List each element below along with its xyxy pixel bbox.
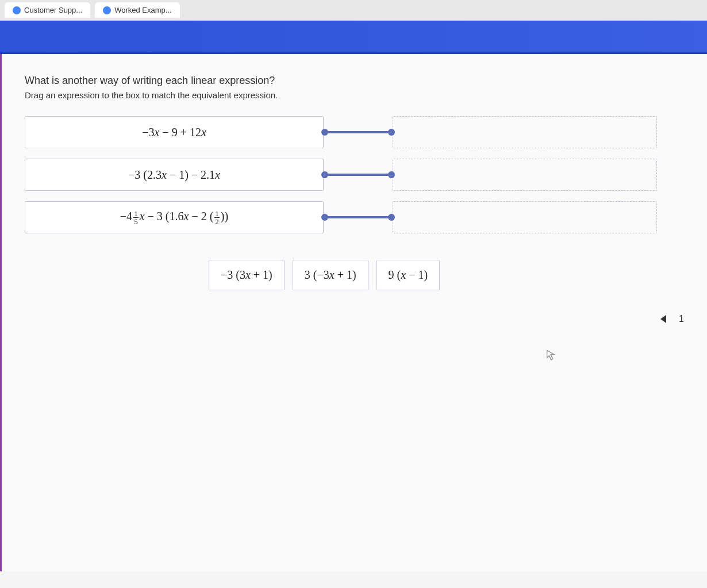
drop-zone-column xyxy=(393,116,657,233)
drop-zone-1[interactable] xyxy=(393,116,657,148)
cursor-arrow-icon xyxy=(545,348,558,364)
browser-tab-worked[interactable]: Worked Examp... xyxy=(95,2,179,18)
answer-option-b-text: 3 (−3x + 1) xyxy=(305,268,356,281)
expression-2-text: −3 (2.3x − 1) − 2.1x xyxy=(128,168,220,182)
app-header-bar xyxy=(0,21,707,54)
browser-tab-customer[interactable]: Customer Supp... xyxy=(5,2,90,18)
tab-label-customer: Customer Supp... xyxy=(24,6,82,14)
answer-option-c-text: 9 (x − 1) xyxy=(389,268,428,281)
pagination-nav: 1 xyxy=(660,314,684,324)
browser-tab-bar: Customer Supp... Worked Examp... xyxy=(0,0,707,21)
answer-option-c[interactable]: 9 (x − 1) xyxy=(376,260,440,290)
connector-1 xyxy=(324,131,393,133)
question-title: What is another way of writing each line… xyxy=(25,75,684,87)
match-area: −3x − 9 + 12x −3 (2.3x − 1) − 2.1x −415x… xyxy=(25,116,684,233)
expression-3-text: −415x − 3 (1.6x − 2 (12)) xyxy=(120,210,228,225)
tab-label-worked: Worked Examp... xyxy=(114,6,171,14)
instruction-text: Drag an expression to the box to match t… xyxy=(25,90,684,100)
answer-option-a[interactable]: −3 (3x + 1) xyxy=(209,260,285,290)
connector-3 xyxy=(324,216,393,218)
drop-zone-3[interactable] xyxy=(393,201,657,233)
answer-options-row: −3 (3x + 1) 3 (−3x + 1) 9 (x − 1) xyxy=(25,260,684,290)
expression-row-3: −415x − 3 (1.6x − 2 (12)) xyxy=(25,201,324,233)
expression-row-2: −3 (2.3x − 1) − 2.1x xyxy=(25,159,324,191)
answer-option-a-text: −3 (3x + 1) xyxy=(221,268,272,281)
expression-1-text: −3x − 9 + 12x xyxy=(142,126,206,139)
prev-arrow-icon[interactable] xyxy=(660,315,666,323)
drop-zone-2[interactable] xyxy=(393,159,657,191)
tab-favicon xyxy=(103,6,111,14)
expression-column: −3x − 9 + 12x −3 (2.3x − 1) − 2.1x −415x… xyxy=(25,116,324,233)
question-content: What is another way of writing each line… xyxy=(0,54,707,571)
connector-2 xyxy=(324,174,393,176)
tab-favicon xyxy=(13,6,21,14)
expression-row-1: −3x − 9 + 12x xyxy=(25,116,324,148)
page-number: 1 xyxy=(679,314,684,324)
answer-option-b[interactable]: 3 (−3x + 1) xyxy=(293,260,368,290)
